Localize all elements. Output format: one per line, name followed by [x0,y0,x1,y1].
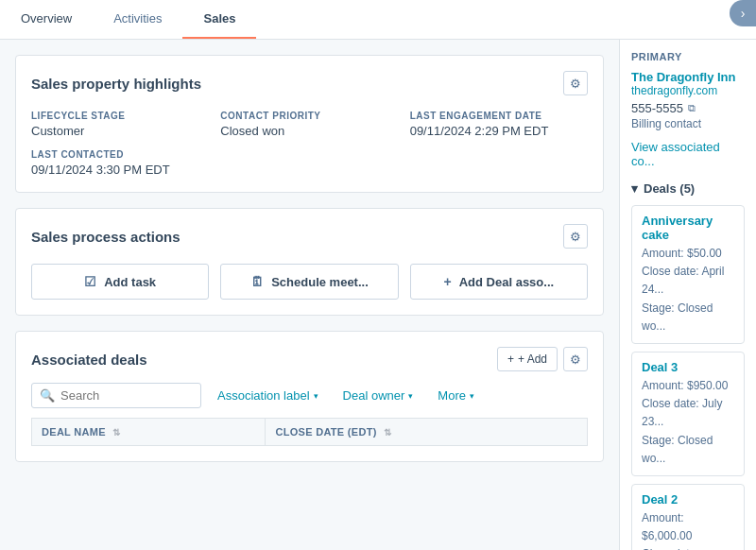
collapse-panel-button[interactable]: › [730,0,756,26]
deal-amount: Amount: $50.00 [642,245,734,263]
billing-label: Billing contact [631,117,745,130]
deal-detail-deal2: Amount: $6,000.00 Close date: Septem... … [642,509,734,550]
deal-owner-filter[interactable]: Deal owner ▾ [335,383,422,408]
sales-highlights-card: Sales property highlights ⚙ LIFECYCLE ST… [15,55,604,193]
deal-close-date: Close date: April 24... [642,263,734,299]
deal-name-header: DEAL NAME ⇅ [32,419,266,446]
contact-priority-label: CONTACT PRIORITY [220,111,398,121]
associated-deals-title: Associated deals [31,352,147,368]
sort-icon: ⇅ [384,427,391,438]
controls-row: 🔍 Association label ▾ Deal owner ▾ More … [31,383,588,408]
add-deal-association-button[interactable]: + Add Deal asso... [410,264,588,300]
gear-icon: ⚙ [570,352,581,367]
assoc-deals-header: Associated deals + + Add ⚙ [31,347,588,371]
add-task-label: Add task [104,275,156,289]
contact-priority-value: Closed won [220,124,398,138]
right-panel: Primary The Dragonfly Inn thedragonfly.c… [619,40,756,550]
deal-card-anniversary: Anniversary cake Amount: $50.00 Close da… [631,205,745,344]
deal-owner-text: Deal owner [343,388,405,403]
search-input[interactable] [60,388,193,403]
add-deal-button[interactable]: + + Add [497,347,558,371]
associated-deals-card: Associated deals + + Add ⚙ 🔍 [15,331,604,462]
deal-amount: Amount: $6,000.00 [642,509,734,545]
add-deal-label: Add Deal asso... [459,275,554,289]
sort-icon: ⇅ [112,427,120,438]
schedule-meeting-button[interactable]: 🗓 Schedule meet... [220,264,398,300]
deal-stage: Stage: Closed wo... [642,432,734,468]
last-engagement-property: LAST ENGAGEMENT DATE 09/11/2024 2:29 PM … [410,111,588,138]
actions-row: ☑ Add task 🗓 Schedule meet... + Add Deal… [31,264,588,300]
deal-name-anniversary[interactable]: Anniversary cake [642,214,734,242]
properties-row2: LAST CONTACTED 09/11/2024 3:30 PM EDT [31,149,588,177]
associated-deals-gear-button[interactable]: ⚙ [563,347,588,371]
gear-icon: ⚙ [570,77,581,91]
deal-stage: Stage: Closed wo... [642,300,734,335]
last-contacted-value: 09/11/2024 3:30 PM EDT [31,163,588,177]
chevron-down-icon: ▾ [631,181,638,196]
sales-actions-gear-button[interactable]: ⚙ [563,224,588,249]
deal-detail-anniversary: Amount: $50.00 Close date: April 24... S… [642,245,734,335]
add-label: + Add [518,352,547,366]
close-date-header: CLOSE DATE (EDT) ⇅ [266,419,588,446]
sales-highlights-title: Sales property highlights [31,76,201,92]
add-task-button[interactable]: ☑ Add task [31,264,209,300]
deal-name-deal2[interactable]: Deal 2 [642,492,734,507]
plus-icon: + [444,274,452,289]
deal-card-deal3: Deal 3 Amount: $950.00 Close date: July … [631,352,745,476]
more-filter[interactable]: More ▾ [429,383,483,408]
deals-section: ▾ Deals (5) Anniversary cake Amount: $50… [631,181,745,550]
actions-card-header: Sales process actions ⚙ [31,224,588,249]
tab-overview[interactable]: Overview [0,0,93,39]
deals-toggle[interactable]: ▾ Deals (5) [631,181,745,196]
add-icon: + [507,352,514,366]
chevron-down-icon: ▾ [470,391,474,401]
main-layout: Sales property highlights ⚙ LIFECYCLE ST… [0,40,756,550]
deals-section-label: Deals (5) [644,181,695,196]
company-name[interactable]: The Dragonfly Inn [631,70,745,84]
sales-actions-title: Sales process actions [31,229,180,245]
calendar-icon: 🗓 [250,274,264,289]
view-associated-link[interactable]: View associated co... [631,140,745,168]
tab-sales[interactable]: Sales [182,0,256,39]
phone-number: 555-5555 [631,101,683,115]
sales-actions-card: Sales process actions ⚙ ☑ Add task 🗓 Sch… [15,208,604,316]
last-contacted-property: LAST CONTACTED 09/11/2024 3:30 PM EDT [31,149,588,177]
table-header-row: DEAL NAME ⇅ CLOSE DATE (EDT) ⇅ [32,419,588,446]
last-engagement-label: LAST ENGAGEMENT DATE [410,111,588,121]
lifecycle-stage-property: LIFECYCLE STAGE Customer [31,111,209,138]
last-engagement-value: 09/11/2024 2:29 PM EDT [410,124,588,138]
left-panel: Sales property highlights ⚙ LIFECYCLE ST… [0,40,619,550]
contact-priority-property: CONTACT PRIORITY Closed won [220,111,398,138]
chevron-down-icon: ▾ [314,391,318,401]
schedule-meeting-label: Schedule meet... [271,275,369,289]
lifecycle-stage-label: LIFECYCLE STAGE [31,111,209,121]
deal-close-date: Close date: Septem... [642,545,734,550]
search-icon: 🔍 [40,388,55,403]
association-label-filter[interactable]: Association label ▾ [209,383,327,408]
more-text: More [438,388,466,403]
deal-name-deal3[interactable]: Deal 3 [642,360,734,374]
tab-activities[interactable]: Activities [93,0,182,39]
deal-amount: Amount: $950.00 [642,377,734,395]
deal-close-date: Close date: July 23... [642,395,734,431]
search-box: 🔍 [31,383,201,408]
lifecycle-stage-value: Customer [31,124,209,138]
last-contacted-label: LAST CONTACTED [31,149,588,160]
phone-row: 555-5555 ⧉ [631,101,745,115]
task-icon: ☑ [84,274,96,289]
deal-detail-deal3: Amount: $950.00 Close date: July 23... S… [642,377,734,468]
copy-icon[interactable]: ⧉ [688,102,696,114]
company-url[interactable]: thedragonfly.com [631,84,745,97]
deal-card-deal2: Deal 2 Amount: $6,000.00 Close date: Sep… [631,484,745,550]
sales-highlights-gear-button[interactable]: ⚙ [563,71,588,95]
chevron-down-icon: ▾ [408,391,413,401]
association-label-text: Association label [217,388,310,403]
gear-icon: ⚙ [570,230,581,244]
properties-grid: LIFECYCLE STAGE Customer CONTACT PRIORIT… [31,111,588,138]
primary-label: Primary [631,51,745,62]
card-header: Sales property highlights ⚙ [31,71,588,95]
tabs-bar: Overview Activities Sales [0,0,756,40]
deals-table: DEAL NAME ⇅ CLOSE DATE (EDT) ⇅ [31,418,588,446]
